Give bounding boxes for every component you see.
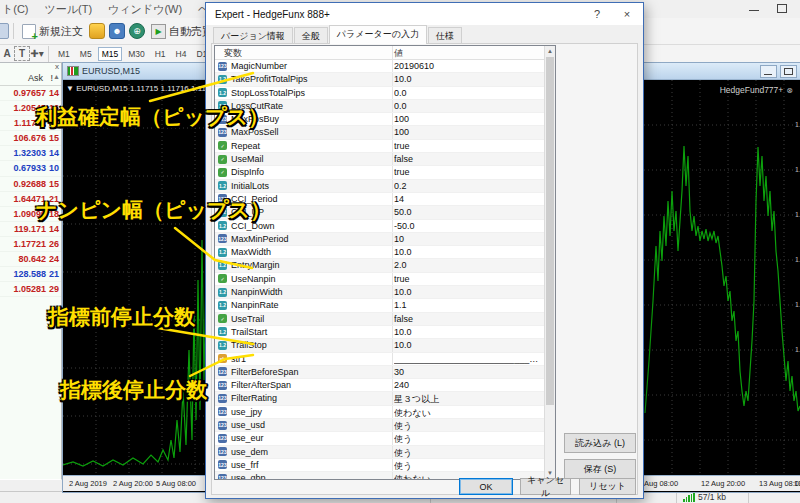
parameter-value[interactable]: 使う: [394, 420, 540, 433]
reset-button[interactable]: リセット: [579, 478, 636, 495]
parameter-value[interactable]: 使う: [394, 447, 540, 460]
timeframe-m1[interactable]: M1: [54, 47, 74, 61]
parameter-value[interactable]: false: [394, 154, 540, 164]
parameter-row-InitialLots[interactable]: 1.2InitialLots0.2: [215, 180, 555, 193]
parameter-row-use_frf[interactable]: 123use_frf使う: [215, 459, 555, 472]
community-icon[interactable]: ☻: [109, 23, 125, 39]
ok-button[interactable]: OK: [459, 478, 513, 495]
parameter-value[interactable]: -50.0: [394, 221, 540, 231]
parameter-row-TakeProfitTotalPips[interactable]: 1.2TakeProfitTotalPips10.0: [215, 73, 555, 86]
parameter-row-NanpinRate[interactable]: 1.2NanpinRate1.1: [215, 299, 555, 312]
parameter-value[interactable]: 使う: [394, 460, 540, 473]
ask-column-header[interactable]: Ask: [28, 73, 43, 83]
parameter-row-Repeat[interactable]: ✓Repeattrue: [215, 140, 555, 153]
parameter-row-FilterRating[interactable]: 123FilterRating星３つ以上: [215, 392, 555, 405]
market-globe-icon[interactable]: ⊕: [129, 23, 145, 39]
timeframe-h4[interactable]: H4: [172, 47, 191, 61]
parameter-value[interactable]: 0.0: [394, 88, 540, 98]
profile-icon[interactable]: [89, 23, 105, 39]
parameter-value[interactable]: 2.0: [394, 260, 540, 270]
parameter-value[interactable]: 1.1: [394, 300, 540, 310]
parameter-value[interactable]: ________________________________________…: [394, 354, 540, 364]
value-column-header[interactable]: 値: [394, 47, 403, 60]
parameter-value[interactable]: true: [394, 141, 540, 151]
parameter-row-TrailStop[interactable]: 1.2TrailStop10.0: [215, 339, 555, 352]
parameter-value[interactable]: 30: [394, 367, 540, 377]
parameter-value[interactable]: true: [394, 274, 540, 284]
market-watch-row[interactable]: 128.58821: [0, 267, 61, 282]
crosshair-cursor-icon[interactable]: ✚▾: [30, 47, 44, 60]
parameter-row-MaxMinPeriod[interactable]: 123MaxMinPeriod10: [215, 233, 555, 246]
parameter-value[interactable]: 10.0: [394, 247, 540, 257]
parameter-row-TrailStart[interactable]: 1.2TrailStart10.0: [215, 326, 555, 339]
parameter-value[interactable]: 14: [394, 194, 540, 204]
parameter-value[interactable]: false: [394, 314, 540, 324]
child-restore-icon[interactable]: [780, 65, 797, 78]
parameter-row-UseNanpin[interactable]: ✓UseNanpintrue: [215, 273, 555, 286]
parameter-row-MaxWidth[interactable]: 1.2MaxWidth10.0: [215, 246, 555, 259]
dialog-titlebar[interactable]: Expert - HedgeFunx 888+ ? ×: [206, 3, 643, 25]
clipped-toolbar-icon[interactable]: [0, 23, 9, 39]
market-watch-row[interactable]: 119.17114: [0, 222, 61, 237]
parameter-row-NanpinWidth[interactable]: 1.2NanpinWidth10.0: [215, 286, 555, 299]
close-icon[interactable]: x: [55, 63, 59, 71]
parameter-row-StopLossTotalPips[interactable]: 1.2StopLossTotalPips0.0: [215, 87, 555, 100]
save-button[interactable]: 保存 (S): [564, 459, 636, 479]
parameter-value[interactable]: true: [394, 167, 540, 177]
load-button[interactable]: 読み込み (L): [564, 433, 636, 453]
parameter-value[interactable]: 使わない: [394, 407, 540, 420]
parameter-row-use_dem[interactable]: 123use_dem使う: [215, 446, 555, 459]
parameter-row-use_usd[interactable]: 123use_usd使う: [215, 419, 555, 432]
scroll-up-icon[interactable]: ▲: [545, 46, 555, 57]
scrollbar-thumb[interactable]: [546, 57, 554, 405]
parameter-value[interactable]: 10: [394, 234, 540, 244]
parameter-value[interactable]: 0.2: [394, 181, 540, 191]
parameter-value[interactable]: 使う: [394, 433, 540, 446]
parameter-row-MagicNumber[interactable]: 123MagicNumber20190610: [215, 60, 555, 73]
market-watch-row[interactable]: 0.6793310: [0, 161, 61, 176]
menu-item[interactable]: ツール(T): [45, 2, 93, 17]
hedgefund-chart-titlebar[interactable]: [644, 63, 800, 80]
cancel-button[interactable]: キャンセル: [520, 478, 571, 495]
parameter-value[interactable]: 50.0: [394, 207, 540, 217]
parameter-value[interactable]: 10.0: [394, 327, 540, 337]
timeframe-m5[interactable]: M5: [76, 47, 96, 61]
parameter-value[interactable]: 100: [394, 114, 540, 124]
parameter-value[interactable]: 100: [394, 127, 540, 137]
column-divider[interactable]: [392, 46, 393, 59]
menu-item[interactable]: ト(C): [2, 2, 29, 17]
text-box-icon[interactable]: T: [14, 46, 30, 61]
market-watch-row[interactable]: 1.0528129: [0, 282, 61, 297]
parameter-value[interactable]: 240: [394, 380, 540, 390]
ea-status-icon[interactable]: ⊗: [786, 86, 793, 95]
market-watch-row[interactable]: 106.67615: [0, 131, 61, 146]
minimize-icon[interactable]: [748, 3, 760, 13]
text-label-icon[interactable]: A: [0, 47, 14, 60]
hedgefund-chart-area[interactable]: HedgeFund777+ ⊗ 1.1.1.1.1.1.: [644, 80, 800, 475]
market-watch-row[interactable]: 1.1772126: [0, 237, 61, 252]
parameter-row-use_jpy[interactable]: 123use_jpy使わない: [215, 406, 555, 419]
tab-バージョン情報[interactable]: バージョン情報: [213, 27, 293, 44]
parameter-value[interactable]: 10.0: [394, 74, 540, 84]
scroll-up-icon[interactable]: ▲: [53, 73, 60, 80]
close-button[interactable]: ×: [613, 3, 641, 25]
parameter-row-use_eur[interactable]: 123use_eur使う: [215, 432, 555, 445]
parameter-row-UseMail[interactable]: ✓UseMailfalse: [215, 153, 555, 166]
parameter-row-DispInfo[interactable]: ✓DispInfotrue: [215, 166, 555, 179]
tab-全般[interactable]: 全般: [294, 27, 328, 44]
maximize-icon[interactable]: [776, 3, 788, 13]
scrollbar[interactable]: ▲ ▼: [544, 46, 555, 479]
market-watch-row[interactable]: 0.9765714: [0, 86, 61, 101]
parameter-row-FilterAfterSpan[interactable]: 123FilterAfterSpan240: [215, 379, 555, 392]
parameter-value[interactable]: 0.0: [394, 101, 540, 111]
child-minimize-icon[interactable]: [760, 65, 777, 78]
market-watch-row[interactable]: 80.64224: [0, 252, 61, 267]
parameter-row-UseTrail[interactable]: ✓UseTrailfalse: [215, 313, 555, 326]
timeframe-m30[interactable]: M30: [124, 47, 149, 61]
new-order-button[interactable]: 新規注文: [18, 22, 87, 41]
parameter-value[interactable]: 10.0: [394, 340, 540, 350]
parameter-value[interactable]: 星３つ以上: [394, 393, 540, 406]
help-button[interactable]: ?: [583, 3, 611, 25]
timeframe-h1[interactable]: H1: [151, 47, 170, 61]
timeframe-m15[interactable]: M15: [98, 47, 123, 61]
